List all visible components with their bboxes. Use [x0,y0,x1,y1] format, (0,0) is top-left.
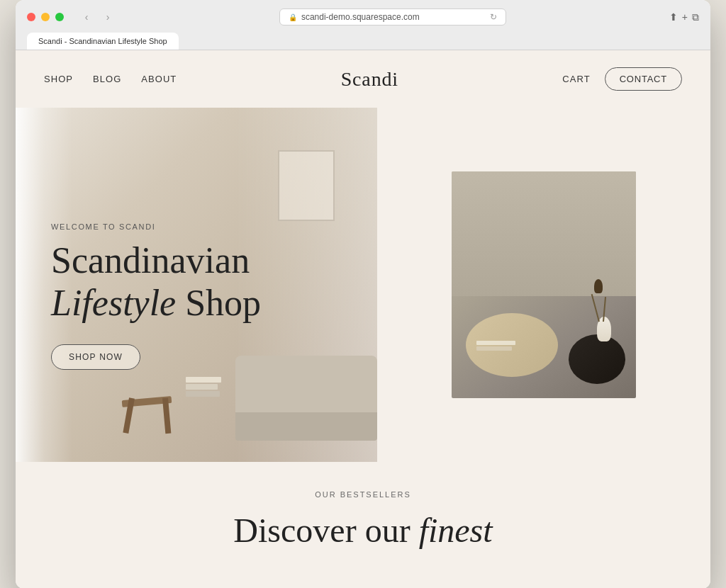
forward-button[interactable]: › [99,9,116,26]
hero-title-italic: Lifestyle [51,283,176,323]
nav-right: CART CONTACT [562,67,682,91]
share-icon[interactable]: ⬆ [669,11,678,23]
hero-title: Scandinavian Lifestyle Shop [51,239,261,324]
section-heading-italic: finest [419,511,493,549]
section-heading-start: Discover our [233,511,410,549]
browser-tabs: Scandi - Scandinavian Lifestyle Shop [27,33,699,50]
lock-icon: 🔒 [289,13,297,21]
hero-section: WELCOME TO SCANDI Scandinavian Lifestyle… [16,108,710,462]
plant-head [594,279,603,293]
maximize-button[interactable] [55,13,64,21]
book-3 [186,391,220,397]
bestsellers-section: OUR BESTSELLERS Discover our finest [16,462,710,565]
hero-text-overlay: WELCOME TO SCANDI Scandinavian Lifestyle… [51,222,261,370]
close-button[interactable] [27,13,35,21]
hero-title-normal: Shop [176,283,261,323]
table-book-1 [476,341,515,345]
book-1 [186,377,221,383]
plant-stem-2 [603,297,606,322]
books-stack [186,377,221,398]
nav-shop[interactable]: SHOP [44,74,73,84]
site-nav: SHOP BLOG ABOUT Scandi CART CONTACT [16,50,710,108]
wall-frame [278,150,335,221]
hero-right-panel [377,108,682,462]
sofa-seat [235,412,377,441]
tab-label: Scandi - Scandinavian Lifestyle Shop [38,37,167,45]
browser-actions: ⬆ + ⧉ [669,11,699,23]
hero-image-container: WELCOME TO SCANDI Scandinavian Lifestyle… [16,108,377,462]
section-heading: Discover our finest [44,510,682,551]
bestsellers-label: OUR BESTSELLERS [44,490,682,499]
plant-decoration [591,279,616,322]
product-sofa-bg [452,171,636,296]
browser-window: ‹ › 🔒 scandi-demo.squarespace.com ↻ ⬆ + … [16,0,710,588]
address-bar[interactable]: 🔒 scandi-demo.squarespace.com ↻ [279,9,506,26]
active-tab[interactable]: Scandi - Scandinavian Lifestyle Shop [27,33,179,50]
browser-controls: ‹ › 🔒 scandi-demo.squarespace.com ↻ ⬆ + … [27,9,699,26]
plant-stem-1 [591,294,600,322]
nav-about[interactable]: ABOUT [141,74,177,84]
browser-chrome: ‹ › 🔒 scandi-demo.squarespace.com ↻ ⬆ + … [16,0,710,50]
site-logo[interactable]: Scandi [341,68,398,91]
nav-cart[interactable]: CART [562,74,590,84]
new-tab-icon[interactable]: + [682,11,688,23]
shop-now-button[interactable]: SHOP NOW [51,344,140,370]
reload-icon[interactable]: ↻ [490,12,497,22]
chair-leg-right [162,398,171,434]
url-text: scandi-demo.squarespace.com [301,12,420,22]
back-button[interactable]: ‹ [78,9,95,26]
minimize-button[interactable] [41,13,50,21]
nav-left: SHOP BLOG ABOUT [44,74,177,84]
nav-blog[interactable]: BLOG [93,74,121,84]
table-scene [452,171,636,398]
table-books [476,341,515,352]
book-2 [186,384,218,390]
address-bar-container: 🔒 scandi-demo.squarespace.com ↻ [122,9,664,26]
side-table [569,334,625,384]
product-image [452,171,636,398]
contact-button[interactable]: CONTACT [605,67,682,91]
hero-title-line1: Scandinavian [51,240,250,281]
tabs-icon[interactable]: ⧉ [692,11,699,23]
hero-subtitle: WELCOME TO SCANDI [51,222,261,231]
website-content: SHOP BLOG ABOUT Scandi CART CONTACT [16,50,710,588]
browser-nav: ‹ › [78,9,116,26]
table-book-2 [476,346,512,351]
